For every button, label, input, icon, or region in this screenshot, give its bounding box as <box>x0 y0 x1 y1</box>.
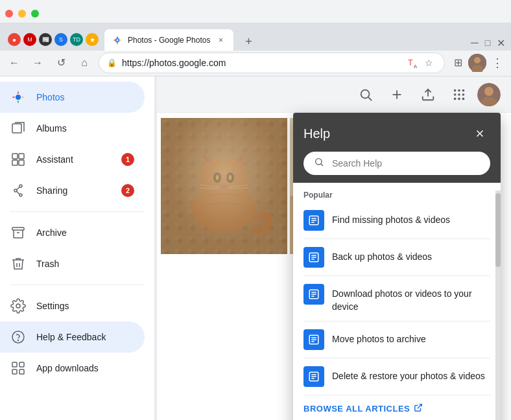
sidebar-item-sharing-label: Sharing <box>36 185 111 196</box>
search-btn[interactable] <box>353 82 379 108</box>
svg-rect-20 <box>12 362 17 367</box>
svg-point-11 <box>19 185 22 187</box>
win-max-btn[interactable] <box>31 10 39 18</box>
help-item-backup[interactable]: Back up photos & videos <box>293 239 501 275</box>
svg-rect-9 <box>12 160 18 165</box>
sidebar-item-photos[interactable]: Photos <box>0 82 145 113</box>
assistant-icon <box>10 152 26 167</box>
svg-rect-21 <box>19 362 24 367</box>
browse-all-articles[interactable]: BROWSE ALL ARTICLES <box>293 395 501 420</box>
active-tab[interactable]: Photos - Google Photos × <box>104 29 234 51</box>
help-item-find-missing[interactable]: Find missing photos & videos <box>293 202 501 239</box>
tab-favicon-star[interactable]: ★ <box>86 33 99 46</box>
browser-menu-btn[interactable]: ⋮ <box>489 53 506 73</box>
settings-icon <box>10 298 26 314</box>
popular-label: Popular <box>293 183 501 202</box>
translate-icon-btn[interactable]: TA <box>403 55 418 71</box>
address-bar-input[interactable]: 🔒 https://photos.google.com TA ☆ <box>99 52 445 73</box>
svg-point-36 <box>458 97 460 100</box>
sidebar-divider-1 <box>10 211 145 212</box>
svg-point-32 <box>454 93 457 96</box>
photo-item-cat[interactable] <box>161 118 287 254</box>
add-btn[interactable] <box>384 82 410 108</box>
win-controls: ─ □ ✕ <box>469 38 506 51</box>
win-min-btn[interactable] <box>18 10 26 18</box>
svg-line-14 <box>17 187 19 190</box>
svg-point-29 <box>454 89 457 91</box>
upload-btn[interactable] <box>415 82 441 108</box>
help-item-download[interactable]: Download photos or videos to your device <box>293 276 501 321</box>
svg-point-17 <box>16 304 20 308</box>
tab-close-btn[interactable]: × <box>215 35 226 45</box>
svg-rect-23 <box>19 369 24 374</box>
help-item-icon-2 <box>303 247 324 268</box>
help-search-input[interactable] <box>332 158 480 169</box>
tab-favicon-3[interactable]: 📰 <box>39 33 52 46</box>
tab-favicon-1[interactable]: ● <box>8 33 21 46</box>
sidebar-item-downloads[interactable]: App downloads <box>0 353 145 384</box>
sidebar-item-settings-label: Settings <box>36 301 134 311</box>
tab-favicon-5[interactable]: TD <box>70 33 83 46</box>
svg-point-55 <box>229 175 232 180</box>
help-item-icon-1 <box>303 210 324 231</box>
minimize-btn[interactable]: ─ <box>469 38 480 48</box>
sidebar-item-albums[interactable]: Albums <box>0 113 145 144</box>
tab-strip: ● M 📰 S TD ★ <box>0 23 511 51</box>
help-item-text-1: Find missing photos & videos <box>332 210 450 227</box>
svg-point-13 <box>19 194 22 196</box>
back-btn[interactable]: ← <box>5 54 23 72</box>
browse-all-label: BROWSE ALL ARTICLES <box>303 404 410 414</box>
svg-point-31 <box>462 89 465 91</box>
sidebar-footer: Privacy · Terms · Policy <box>0 410 155 420</box>
dialog-scrollbar[interactable] <box>495 191 501 420</box>
tab-favicon-2[interactable]: M <box>23 33 36 46</box>
profile-btn[interactable] <box>477 83 501 106</box>
close-btn[interactable]: ✕ <box>495 38 506 48</box>
top-toolbar <box>156 76 511 113</box>
sidebar-item-sharing[interactable]: Sharing 2 <box>0 175 145 206</box>
tab-favicon-photos <box>112 35 123 45</box>
apps-btn[interactable] <box>446 82 472 108</box>
sidebar-divider-2 <box>10 285 145 285</box>
help-search-wrap[interactable] <box>303 152 490 175</box>
new-tab-btn[interactable]: + <box>239 32 257 51</box>
svg-point-35 <box>454 97 457 100</box>
maximize-btn[interactable]: □ <box>482 38 493 48</box>
sidebar-item-settings[interactable]: Settings <box>0 290 145 321</box>
sidebar-item-archive[interactable]: Archive <box>0 217 145 248</box>
tab-favicon-4[interactable]: S <box>54 33 67 46</box>
svg-point-56 <box>220 184 227 188</box>
win-close-btn[interactable] <box>5 10 13 18</box>
svg-point-34 <box>462 93 465 96</box>
sidebar-scrollbar[interactable] <box>154 76 157 420</box>
svg-point-33 <box>458 93 460 96</box>
sidebar-item-trash[interactable]: Trash <box>0 248 145 279</box>
home-btn[interactable]: ⌂ <box>75 54 93 72</box>
sidebar-item-downloads-label: App downloads <box>36 363 134 373</box>
sidebar-item-photos-label: Photos <box>36 92 134 102</box>
refresh-btn[interactable]: ↺ <box>52 54 70 72</box>
sidebar-item-help[interactable]: Help & Feedback <box>0 321 145 353</box>
address-right-icons: TA ☆ <box>403 55 436 71</box>
sidebar: Photos Albums <box>0 76 156 420</box>
svg-marker-51 <box>236 153 245 162</box>
svg-point-52 <box>213 172 221 183</box>
help-dialog-title: Help <box>303 126 330 141</box>
help-item-text-5: Delete & restore your photos & videos <box>332 366 485 383</box>
sidebar-item-assistant[interactable]: Assistant 1 <box>0 144 145 175</box>
help-item-delete-restore[interactable]: Delete & restore your photos & videos <box>293 358 501 395</box>
help-item-move-archive[interactable]: Move photos to archive <box>293 321 501 358</box>
forward-btn[interactable]: → <box>29 54 47 72</box>
svg-point-3 <box>474 57 481 64</box>
svg-rect-41 <box>161 118 287 254</box>
profile-avatar[interactable] <box>468 54 486 72</box>
assistant-badge: 1 <box>121 153 134 166</box>
svg-point-12 <box>14 189 17 192</box>
extensions-btn[interactable]: ⊞ <box>450 55 466 71</box>
svg-point-5 <box>16 95 21 100</box>
svg-point-54 <box>216 175 219 180</box>
help-search-icon <box>314 157 324 170</box>
sidebar-item-archive-label: Archive <box>36 228 134 238</box>
bookmark-btn[interactable]: ☆ <box>421 55 436 71</box>
help-close-btn[interactable] <box>469 123 490 144</box>
